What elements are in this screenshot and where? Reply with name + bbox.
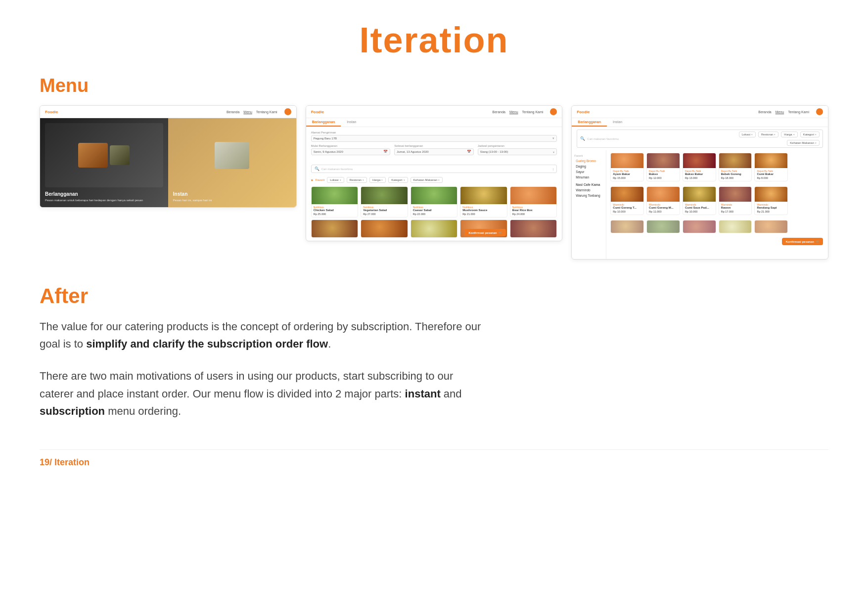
hero-right-content: Instan Pesan hari ini, sampai hari ini bbox=[173, 191, 291, 202]
hero-instan[interactable]: Instan Pesan hari ini, sampai hari ini bbox=[168, 118, 296, 207]
sidebar-item-daging[interactable]: Daging bbox=[574, 164, 603, 169]
confirm-order-btn[interactable]: Konfirmasi pesanan 🛒 bbox=[464, 229, 505, 236]
sidebar-item-sayur[interactable]: Sayur bbox=[574, 169, 603, 175]
food-card-1[interactable]: Nutritious Chicken Salad Rp 25.000 bbox=[311, 186, 359, 218]
m3-food-3[interactable]: Depot Bu Tatik Bakso Bakar Rp 13.000 bbox=[683, 153, 716, 181]
m3-price-7: Rp 11.000 bbox=[649, 210, 678, 213]
heart-icon: ♥ bbox=[311, 178, 313, 182]
sidebar-item-warmindo[interactable]: Warmindo bbox=[574, 187, 603, 193]
end-input[interactable]: Jumat, 13 Agustus 2020 📅 bbox=[394, 148, 474, 155]
sidebar-item-minuman[interactable]: Minuman bbox=[574, 175, 603, 180]
m3-food-14[interactable] bbox=[719, 220, 752, 233]
food-img-8 bbox=[411, 220, 457, 237]
m3-food-body-10: Warmindo Rendang Sapi Rp 21.000 bbox=[755, 202, 787, 215]
mockups-row: Foodie Beranda Menu Tentang Kami bbox=[40, 105, 828, 260]
m3-food-5[interactable]: Depot Bu Tatik Cumi Bakar Rp 8.000 bbox=[754, 153, 788, 181]
sidebar-item-gudeg[interactable]: Gudeg Bromo bbox=[574, 158, 603, 164]
filter-kategori[interactable]: Kategori ▾ bbox=[388, 177, 408, 183]
food-card-8[interactable] bbox=[411, 219, 458, 238]
tab-berlangganan[interactable]: Berlangganan bbox=[306, 118, 341, 127]
m3-food-2[interactable]: Depot Bu Tatik Bakso Rp 12.000 bbox=[646, 153, 680, 181]
mockup3-filter-kehatan[interactable]: Kehatan Makanan ▾ bbox=[787, 140, 820, 146]
m3-food-4[interactable]: Depot Bu Tatik Bebek Goreng Rp 18.000 bbox=[719, 153, 752, 181]
m3-food-1[interactable]: Depot Bu Tatik Ayam Bakar Rp 15.000 bbox=[610, 153, 644, 181]
filter-harga[interactable]: Harga ▾ bbox=[369, 177, 386, 183]
m3-food-12[interactable] bbox=[646, 220, 680, 233]
mockup1-nav-beranda[interactable]: Beranda bbox=[227, 110, 239, 114]
schedule-label: Jadwal pengantaran bbox=[478, 144, 557, 147]
food-card-9[interactable]: Konfirmasi pesanan 🛒 bbox=[460, 219, 507, 238]
mockup1-nav-menu[interactable]: Menu bbox=[243, 110, 252, 114]
m3-food-11[interactable] bbox=[610, 220, 644, 233]
m3-name-4: Bebek Goreng bbox=[721, 173, 750, 176]
mockup3-search[interactable]: 🔍 Cari makanan favoritmu Lokasi ▾ Restor… bbox=[577, 130, 823, 148]
mockup2-nav-tentang[interactable]: Tentang Kami bbox=[522, 110, 544, 114]
m3-food-body-5: Depot Bu Tatik Cumi Bakar Rp 8.000 bbox=[755, 168, 787, 181]
food-img-7 bbox=[361, 220, 408, 237]
mockup3-nav-tentang[interactable]: Tentang Kami bbox=[788, 110, 809, 114]
m3-price-10: Rp 21.000 bbox=[757, 210, 785, 213]
hero-berlangganan[interactable]: Berlangganan Pesan makanan untuk beberap… bbox=[40, 118, 168, 207]
mockup3-content: Depot Bu Tatik Ayam Bakar Rp 15.000 Depo… bbox=[606, 150, 828, 259]
search-icon: 🔍 bbox=[315, 167, 320, 171]
m3-food-6[interactable]: Warmindo Cumi Goreng T... Rp 10.000 bbox=[610, 186, 644, 215]
mockup3-food-row1: Depot Bu Tatik Ayam Bakar Rp 15.000 Depo… bbox=[606, 150, 828, 184]
food-card-4[interactable]: Nutritious Mushroom Sauce Rp 21.000 bbox=[460, 186, 507, 218]
mockup3-tab-berlangganan[interactable]: Berlangganan bbox=[572, 118, 607, 127]
mockup2-form: Alamat Pengiriman Pegung Baru 17B ▾ Mula… bbox=[306, 127, 562, 162]
sidebar-item-warung[interactable]: Warung Toebang bbox=[574, 193, 603, 198]
m3-food-img-6 bbox=[611, 187, 643, 202]
food-img-10 bbox=[510, 220, 557, 237]
mockup3-nav-menu[interactable]: Menu bbox=[776, 110, 784, 114]
m3-price-5: Rp 8.000 bbox=[757, 176, 785, 179]
mockup2-food-row1: Nutritious Chicken Salad Rp 25.000 Nutri… bbox=[306, 184, 562, 219]
food-card-7[interactable] bbox=[361, 219, 408, 238]
m3-food-7[interactable]: Warmindo Cumi Goreng M... Rp 11.000 bbox=[646, 186, 680, 215]
after-section: After The value for our catering product… bbox=[40, 284, 828, 420]
mockup1-hero: Berlangganan Pesan makanan untuk beberap… bbox=[40, 118, 296, 207]
food-card-6[interactable] bbox=[311, 219, 359, 238]
mockup3-filter-lokasi[interactable]: Lokasi ▾ bbox=[739, 131, 756, 137]
mockup1-nav-tentang[interactable]: Tentang Kami bbox=[256, 110, 277, 114]
food-card-2[interactable]: Nutritious Vegetarian Salad Rp 27.000 bbox=[361, 186, 408, 218]
mockup2-nav-menu[interactable]: Menu bbox=[509, 110, 518, 114]
mockup3-search-placeholder: Cari makanan favoritmu bbox=[587, 137, 702, 140]
food-card-3[interactable]: Nutritious Caesar Salad Rp 22.000 bbox=[411, 186, 458, 218]
mockup3-tab-instan[interactable]: Instan bbox=[607, 118, 628, 127]
m3-name-3: Bakso Bakar bbox=[685, 173, 714, 176]
start-label: Mulai Berlangganan bbox=[311, 144, 391, 147]
food-card-10[interactable] bbox=[510, 219, 557, 238]
filter-restoran[interactable]: Restoran ▾ bbox=[347, 177, 367, 183]
m3-food-img-7 bbox=[647, 187, 680, 202]
food-card-5[interactable]: Nutritious Bear Rice Box Rp 24.000 bbox=[510, 186, 557, 218]
m3-food-8[interactable]: Warmindo Cumi Saus Pad... Rp 10.000 bbox=[683, 186, 716, 215]
food-name-1: Chicken Salad bbox=[314, 209, 356, 212]
after-para2-normal: There are two main motivations of users … bbox=[40, 370, 453, 399]
filter-kehanan[interactable]: Kehatan Makanan ▾ bbox=[411, 177, 443, 183]
tab-instan[interactable]: Instan bbox=[341, 118, 362, 127]
page-title: Iteration bbox=[40, 20, 828, 60]
footer-text: 19/ Iteration bbox=[40, 457, 90, 467]
m3-food-13[interactable] bbox=[683, 220, 716, 233]
m3-food-img-3 bbox=[683, 153, 716, 168]
m3-food-9[interactable]: Warmindo Rawon Rp 17.000 bbox=[719, 186, 752, 215]
food-price-5: Rp 24.000 bbox=[512, 213, 555, 216]
mockup3-filter-restoran[interactable]: Restoran ▾ bbox=[758, 131, 778, 137]
m3-food-img-9 bbox=[719, 187, 752, 202]
mockup3-filter-kategori[interactable]: Kategori ▾ bbox=[800, 131, 820, 137]
mockup3-confirm-btn[interactable]: Konfirmasi pesanan 🛒 bbox=[782, 238, 823, 245]
filter-lokasi[interactable]: Lokasi ▾ bbox=[327, 177, 344, 183]
m3-food-10[interactable]: Warmindo Rendang Sapi Rp 21.000 bbox=[754, 186, 788, 215]
end-label: Selesai berlangganan bbox=[394, 144, 474, 147]
mockup3-filter-harga[interactable]: Harga ▾ bbox=[781, 131, 797, 137]
mockup3-nav-beranda[interactable]: Beranda bbox=[758, 110, 771, 114]
schedule-dropdown: ▾ bbox=[553, 150, 554, 154]
m3-food-15[interactable] bbox=[754, 220, 788, 233]
mockup2-search[interactable]: 🔍 Cari makanan favoritmu | bbox=[311, 165, 557, 173]
address-input[interactable]: Pegung Baru 17B ▾ bbox=[311, 135, 557, 142]
hero-instan-title: Instan bbox=[173, 191, 291, 197]
start-input[interactable]: Senin, 9 Agustus 2020 📅 bbox=[311, 148, 391, 155]
schedule-input[interactable]: Siang (13:00 - 13:00) ▾ bbox=[478, 148, 557, 155]
mockup2-nav-beranda[interactable]: Beranda bbox=[493, 110, 505, 114]
sidebar-item-nasi[interactable]: Nasi Cafe Kama bbox=[574, 182, 603, 187]
